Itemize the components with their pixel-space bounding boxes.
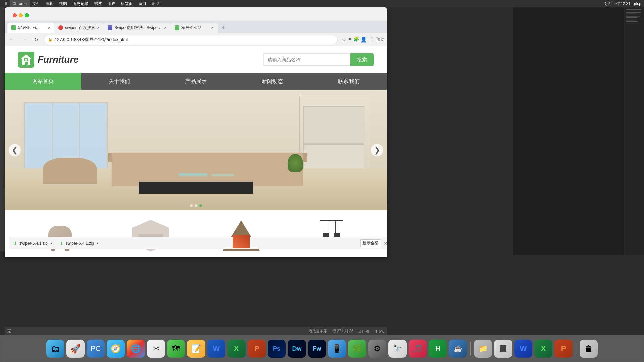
chrome-menu[interactable]: Chrome [10, 0, 30, 7]
window-menu[interactable]: 窗口 [136, 0, 149, 7]
minimap-line [626, 9, 642, 10]
carousel-dot-1[interactable] [190, 204, 193, 207]
tab-label-4: 家居企业站 [181, 25, 202, 31]
dock-notes[interactable]: 📝 [187, 340, 205, 358]
search-button[interactable]: 搜索 [350, 53, 374, 66]
tabs-menu[interactable]: 标签页 [118, 0, 136, 7]
nav-about[interactable]: 关于我们 [81, 73, 158, 90]
bookmarks-menu[interactable]: 书签 [91, 0, 105, 7]
dock-excel[interactable]: X [227, 340, 246, 358]
dock-pccleaner[interactable]: PC [87, 340, 105, 358]
dock-trash[interactable]: 🗑 [580, 340, 598, 358]
extension-icon-1[interactable]: ✕ [348, 36, 352, 43]
dock-settings[interactable]: ⚙ [368, 340, 386, 358]
download-expand-2[interactable]: ▲ [96, 241, 99, 245]
nav-news[interactable]: 新闻动态 [234, 73, 311, 90]
lamp-rod-2 [335, 221, 336, 233]
dock-binoculars[interactable]: 🔭 [388, 340, 407, 358]
code-editor-sidebar [513, 7, 644, 255]
back-button[interactable]: ← [7, 35, 17, 44]
carousel-next-button[interactable]: ❯ [371, 144, 383, 156]
dock-app2[interactable]: 🌿 [348, 340, 366, 358]
cursor-position: 行:271 列:28 [332, 328, 353, 334]
dock-separator-2 [576, 342, 576, 355]
download-bar: ⬇ swiper-6.4.1.zip ▲ ⬇ swiper-6.4.1.zip … [9, 237, 387, 249]
maximize-window-button[interactable] [25, 13, 29, 17]
dock-maps[interactable]: 🗺 [167, 340, 185, 358]
browser-status-bar: 完 语法提示库 行:271 列:28 UTF-8 HTML [5, 327, 387, 335]
tab-close-1[interactable]: ✕ [48, 26, 50, 30]
minimap-line [626, 17, 637, 18]
dock-chrome[interactable]: 🌐 [127, 340, 145, 358]
download-icon-2: ⬇ [60, 241, 64, 246]
tab-close-2[interactable]: ✕ [97, 26, 100, 30]
time-display: 周四 下午12:31 [603, 1, 631, 7]
dock-hbuilder[interactable]: H [429, 340, 447, 358]
profile-icon[interactable]: 👤 [360, 36, 367, 43]
search-input[interactable] [263, 53, 350, 66]
dock-excel2[interactable]: X [534, 340, 552, 358]
new-tab-button[interactable]: + [219, 23, 228, 33]
minimap-line [626, 11, 638, 11]
dock-dreamweaver[interactable]: Dw [288, 340, 306, 358]
show-all-downloads-button[interactable]: 显示全部 [360, 239, 381, 247]
dock-files[interactable]: 📁 [474, 340, 492, 358]
forward-button[interactable]: → [19, 35, 29, 44]
download-expand-1[interactable]: ▲ [50, 241, 53, 245]
dock-word[interactable]: W [207, 340, 225, 358]
close-window-button[interactable] [13, 13, 17, 17]
dock-fireworks[interactable]: Fw [308, 340, 326, 358]
apple-menu[interactable]:  [3, 1, 10, 6]
minimize-window-button[interactable] [19, 13, 23, 17]
dock-launchpad[interactable]: 🚀 [66, 340, 85, 358]
nav-contact[interactable]: 联系我们 [311, 73, 387, 90]
carousel-dot-3[interactable] [199, 204, 202, 207]
carousel-dot-2[interactable] [195, 204, 197, 207]
dock-finder[interactable]: 🗂 [46, 340, 64, 358]
dock-jrebel[interactable]: ☕ [449, 340, 467, 358]
refresh-button[interactable]: ↻ [32, 35, 41, 44]
dock-scissors[interactable]: ✂ [147, 340, 165, 358]
nav-products[interactable]: 产品展示 [158, 73, 234, 90]
dock-ppt2[interactable]: P [554, 340, 573, 358]
dock-ppt[interactable]: P [248, 340, 266, 358]
carousel-prev-button[interactable]: ❮ [9, 144, 21, 156]
minimap-line [626, 21, 638, 22]
hero-carousel: ❮ ❯ [5, 90, 387, 210]
tab-jujuzhan-1[interactable]: 家居企业站 ✕ [7, 23, 54, 33]
tab-jujuzhan-2[interactable]: 家居企业站 ✕ [171, 23, 218, 33]
dock-safari[interactable]: 🧭 [107, 340, 125, 358]
dock-appstore[interactable]: 📱 [328, 340, 346, 358]
sofa-main [112, 153, 303, 186]
bookmark-icon[interactable]: ☆ [342, 36, 346, 43]
nav-home[interactable]: 网站首页 [5, 73, 81, 90]
minimap-lines [624, 7, 644, 24]
tab-close-4[interactable]: ✕ [211, 26, 214, 30]
close-downloads-button[interactable]: ✕ [384, 241, 387, 246]
tab-favicon-3 [108, 25, 112, 30]
dock-music[interactable]: 🎵 [409, 340, 427, 358]
dock-touchbar[interactable]: ⬛ [494, 340, 512, 358]
download-filename-2: swiper-6.4.1.zip [66, 241, 94, 246]
carousel-dots [190, 204, 202, 207]
file-menu[interactable]: 文件 [30, 0, 43, 7]
preview-btn[interactable]: 预览 [376, 37, 384, 42]
site-navigation: 网站首页 关于我们 产品展示 新闻动态 联系我们 [5, 73, 387, 90]
user-menu[interactable]: 用户 [105, 0, 118, 7]
help-menu[interactable]: 帮助 [149, 0, 162, 7]
tab-close-3[interactable]: ✕ [164, 26, 167, 30]
dock-word2[interactable]: W [514, 340, 532, 358]
traffic-lights [9, 10, 33, 21]
tab-swiper-baidu[interactable]: swiper_百度搜索 ✕ [54, 23, 104, 33]
browser-window: 家居企业站 ✕ swiper_百度搜索 ✕ Swiper使用方法 - Swipe… [5, 7, 387, 257]
dock-photoshop[interactable]: Ps [268, 340, 286, 358]
more-icon[interactable]: ⋮ [368, 36, 374, 43]
extension-icon-2[interactable]: 🧩 [353, 36, 359, 43]
view-menu[interactable]: 视图 [56, 0, 70, 7]
logo: Furniture [18, 52, 79, 68]
edit-menu[interactable]: 编辑 [43, 0, 56, 7]
tab-label-2: swiper_百度搜索 [65, 25, 95, 31]
history-menu[interactable]: 历史记录 [70, 0, 91, 7]
tab-swiper-docs[interactable]: Swiper使用方法 - Swiper中文网 ✕ [104, 23, 171, 33]
url-bar[interactable]: 🔒 127.0.0.1:8848/家居企业站/index.html [44, 35, 338, 44]
